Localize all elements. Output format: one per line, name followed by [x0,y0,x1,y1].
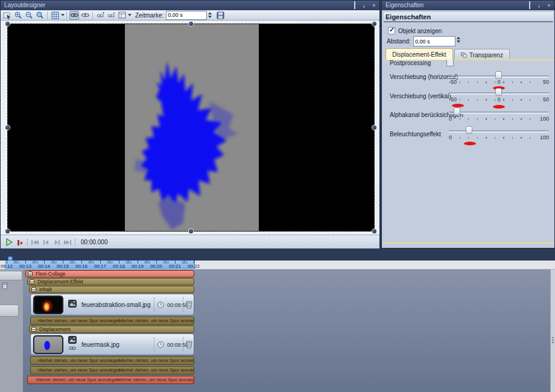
drop-new-track-row[interactable]: Hierher ziehen, um neue Spur anzulegen. … [30,356,194,365]
zoom-in-icon[interactable] [13,11,23,20]
ruler-minor-label: 500 [162,261,170,264]
grid-options-caret-icon[interactable] [61,14,65,16]
drop-new-track-row[interactable]: Hierher ziehen, um neue Spur anzulegen. … [30,366,194,375]
zeitmarke-spinner[interactable] [208,12,212,18]
resize-handle-sw[interactable] [5,229,10,233]
item-thumbnail[interactable] [33,296,63,314]
zoom-original-icon[interactable] [35,11,45,20]
trash-icon[interactable] [185,340,193,349]
close-icon[interactable]: × [371,2,377,8]
display-columns-caret-icon[interactable] [128,14,132,16]
slider-vertikal-thumb[interactable] [495,88,502,96]
slider-alphakanal-scale: 0 100 [449,116,549,123]
timeline-ruler[interactable]: 00:12 00:13 00:14 00:15 00:16 00:17 00:1… [0,261,555,270]
slider-horizontal-label: Verschiebung (horizontal) [390,74,458,80]
maximize-icon[interactable] [527,2,533,8]
playhead-marker[interactable] [8,256,13,261]
chain-link-icon [69,346,76,351]
save-icon[interactable] [215,11,225,20]
objekt-anzeigen-checkbox[interactable]: ✓ [388,27,395,34]
collapse-icon[interactable] [31,287,36,292]
close-icon[interactable]: × [546,2,552,8]
slider-beleuchtung-scale: 0 100 [449,134,549,142]
tab-displacement-effekt[interactable]: Displacement-Effekt [385,48,453,60]
abstand-spinner[interactable] [457,37,460,43]
properties-header: Eigenschaften [384,12,553,22]
resize-handle-w[interactable] [5,125,10,130]
resize-handle-e[interactable] [372,125,376,130]
track-group-displacement-effekt[interactable]: Displacement-Effekt [27,278,194,285]
item-thumbnail[interactable] [33,335,63,354]
zeitmarke-input[interactable] [166,11,207,20]
ruler-minor-label: 500 [125,261,132,264]
playback-time: 00:00.000 [81,239,108,245]
maximize-icon[interactable] [352,2,358,8]
zoom-out-icon[interactable] [24,11,34,20]
select-tool-icon[interactable] [2,11,12,20]
ruler-label: 00:13 [17,264,33,269]
collapse-icon[interactable] [31,327,36,332]
mask-image-thumbnail [34,337,62,353]
ruler-label: 00:20 [148,264,164,269]
link-add-icon[interactable] [95,11,105,20]
timeline-tracks: Flexi-Collage Displacement-Effekt Inhalt… [25,270,194,386]
unlink-objects-icon[interactable] [80,11,90,20]
item-filename: feuermask.jpg [81,341,119,348]
drop-new-track-row[interactable]: Hierher ziehen, um neue Spur anzulegen. … [27,376,194,384]
collapse-icon[interactable] [28,271,33,276]
link-remove-icon[interactable] [106,11,116,20]
zeitmarke-label: Zeitmarke: [135,12,163,19]
abstand-input[interactable] [413,36,455,46]
slider-beleuchtung-thumb[interactable] [466,126,472,134]
collapse-icon[interactable] [30,279,34,284]
track-group-inhalt[interactable]: Inhalt [29,286,194,293]
resize-handle-ne[interactable] [372,22,376,26]
eigenschaften-titlebar[interactable]: Eigenschaften × [382,1,554,10]
slider-beleuchtung-track[interactable] [449,130,549,133]
slider-horizontal-thumb[interactable] [495,71,502,79]
layout-toolbar: Zeitmarke: [1,10,379,21]
postprocessing-checkbox[interactable] [446,59,454,66]
link-objects-icon[interactable] [69,11,79,20]
cropped-left-panel [0,270,23,392]
resize-handle-se[interactable] [372,229,376,233]
timeline-item-feuerabstraktion[interactable]: feuerabstraktion-small.jpg 00:09:50 [30,294,194,315]
slider-vertikal-label: Verschiebung (vertikal) [390,93,451,100]
trash-icon[interactable] [185,300,193,309]
slider-alphakanal-thumb[interactable] [454,107,460,115]
pin-icon[interactable] [361,2,367,8]
skip-next-button[interactable] [52,238,62,247]
track-group-flexi-collage[interactable]: Flexi-Collage [25,270,194,277]
drop-new-track-row[interactable]: Hierher ziehen, um neue Spur anzulegen. … [30,317,194,325]
eigenschaften-title: Eigenschaften [385,2,423,8]
timeline-scrollbar[interactable] [550,270,555,392]
timeline-item-feuermask[interactable]: feuermask.jpg 00:09:50 [30,334,194,355]
skip-last-button[interactable] [63,238,72,247]
resize-handle-nw[interactable] [5,22,10,26]
ruler-label: 00:15 [55,264,71,269]
ruler-minor-label: 500 [31,261,39,264]
clock-icon [157,302,164,308]
canvas-selected-object[interactable] [7,24,375,232]
layout-workspace [1,21,379,235]
grid-options-icon[interactable] [50,11,60,20]
layoutdesigner-titlebar[interactable]: Layoutdesigner × [1,1,379,10]
skip-first-button[interactable] [30,238,40,247]
transparenz-tab-icon [461,52,467,58]
ruler-label: 00:22 [186,264,201,269]
resize-handle-n[interactable] [189,22,193,26]
pin-icon[interactable] [536,2,542,8]
tab-bottom-border [383,242,554,244]
ruler-minor-label: 500 [181,261,188,264]
slider-alphakanal-track[interactable] [449,112,549,114]
abstand-label: Abstand: [387,38,410,45]
item-filename: feuerabstraktion-small.jpg [81,302,151,308]
skip-prev-button[interactable] [41,238,51,247]
ruler-minor-label: 500 [144,261,151,264]
play-button[interactable] [4,238,14,247]
play-from-marker-button[interactable] [15,238,25,247]
display-columns-icon[interactable] [117,11,127,20]
resize-handle-s[interactable] [189,229,193,233]
track-group-displacement[interactable]: Displacement [29,326,194,333]
application-window: Layoutdesigner × [0,0,555,392]
